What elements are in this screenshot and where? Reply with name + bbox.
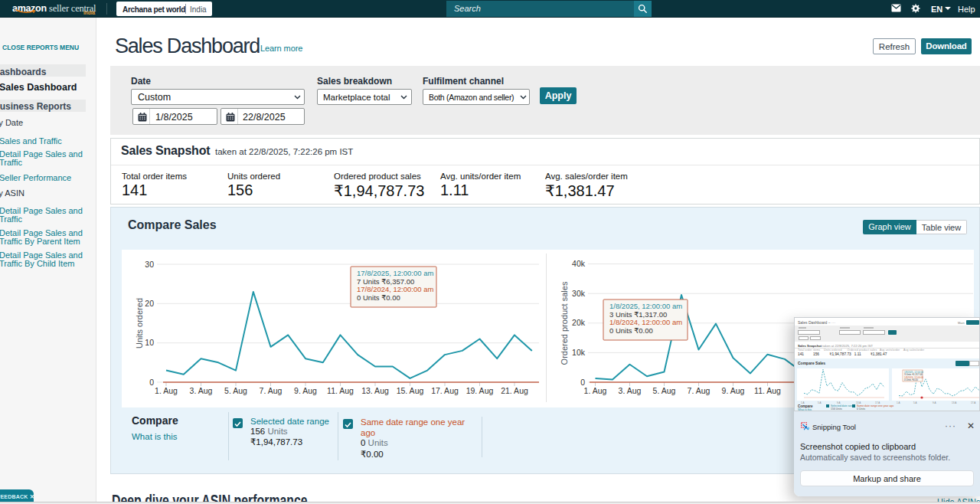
- svg-text:17.A: 17.A: [971, 401, 975, 404]
- svg-text:15. Aug: 15. Aug: [397, 386, 424, 395]
- svg-text:9. Aug: 9. Aug: [294, 386, 317, 395]
- svg-text:0 Units ₹0.00: 0 Units ₹0.00: [357, 293, 400, 302]
- svg-text:1.A: 1.A: [897, 401, 900, 404]
- svg-text:11. Aug: 11. Aug: [754, 386, 781, 395]
- svg-text:9.A: 9.A: [933, 401, 936, 404]
- svg-text:13.A: 13.A: [952, 401, 956, 404]
- svg-text:3. Aug: 3. Aug: [190, 386, 213, 395]
- svg-text:5. Aug: 5. Aug: [653, 386, 676, 395]
- svg-text:3 Units ₹1,317.00: 3 Units ₹1,317.00: [609, 310, 667, 319]
- svg-text:Units ordered: Units ordered: [135, 298, 144, 349]
- svg-text:20: 20: [145, 299, 154, 308]
- svg-text:10k: 10k: [572, 348, 586, 357]
- svg-text:17/8/2024, 12:00:00 am: 17/8/2024, 12:00:00 am: [357, 285, 433, 293]
- svg-text:7. Aug: 7. Aug: [260, 386, 283, 395]
- svg-text:1/8/2024, 12:00:00 am: 1/8/2024, 12:00:00 am: [609, 318, 682, 326]
- svg-text:9. Aug: 9. Aug: [722, 386, 745, 395]
- svg-text:11. Aug: 11. Aug: [327, 386, 354, 395]
- svg-text:19. Aug: 19. Aug: [466, 386, 494, 395]
- svg-text:20k: 20k: [572, 318, 586, 327]
- svg-text:0 Units ₹0.00: 0 Units ₹0.00: [904, 378, 918, 381]
- svg-text:30: 30: [145, 260, 154, 269]
- svg-text:1. Aug: 1. Aug: [155, 386, 178, 395]
- svg-text:3. Aug: 3. Aug: [619, 386, 642, 395]
- svg-text:5. Aug: 5. Aug: [224, 386, 247, 395]
- svg-text:13. Aug: 13. Aug: [361, 386, 389, 395]
- svg-text:5.A: 5.A: [913, 401, 917, 404]
- svg-text:0: 0: [580, 378, 585, 387]
- svg-text:7 Units ₹6,357.00: 7 Units ₹6,357.00: [357, 277, 414, 286]
- svg-text:Ordered product sales: Ordered product sales: [560, 281, 569, 365]
- svg-text:0 Units ₹0.00: 0 Units ₹0.00: [609, 326, 653, 335]
- svg-text:17/8/2025, 12:00:00 am: 17/8/2025, 12:00:00 am: [357, 269, 433, 277]
- svg-text:10: 10: [145, 338, 154, 347]
- svg-text:5.A: 5.A: [818, 401, 822, 404]
- svg-text:30k: 30k: [572, 289, 586, 298]
- svg-text:17. Aug: 17. Aug: [431, 386, 459, 395]
- svg-text:1/8/2025, 12:00:00 am: 1/8/2025, 12:00:00 am: [609, 302, 682, 310]
- svg-text:0: 0: [149, 378, 154, 387]
- svg-text:21. Aug: 21. Aug: [501, 386, 528, 395]
- svg-text:40k: 40k: [572, 259, 586, 268]
- svg-text:7. Aug: 7. Aug: [688, 386, 710, 395]
- svg-text:1. Aug: 1. Aug: [584, 386, 607, 395]
